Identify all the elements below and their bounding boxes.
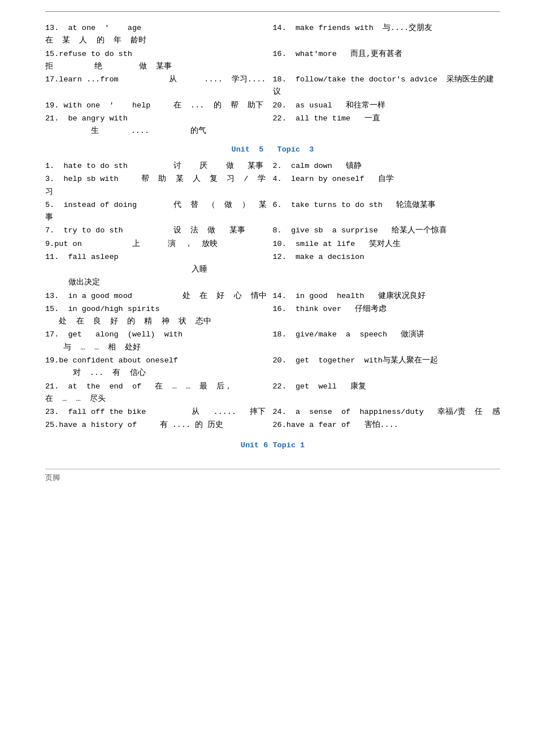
entry-row-17-18: 17.learn ...from 从 .... 学习.... 18. follo… xyxy=(45,74,500,99)
unit5-topic3-heading: Unit 5 Topic 3 xyxy=(232,145,314,154)
u5t3-entry-10: 10. smile at life 笑对人生 xyxy=(273,238,501,250)
entry-13: 13. at one ' age 在 某 人 的 年 龄时 xyxy=(45,22,273,47)
top-divider xyxy=(45,11,500,12)
u5t3-entry-11: 11. fall asleep 入睡 xyxy=(45,251,273,277)
u5t3-entry-8: 8. give sb a surprise 给某人一个惊喜 xyxy=(273,224,501,237)
footer-area: 页脚 xyxy=(45,469,500,483)
u5t3-entry-23: 23. fall off the bike 从 ..... 摔下 xyxy=(45,406,273,418)
entry-16: 16. what'more 而且,更有甚者 xyxy=(273,48,501,74)
entry-row-21-22: 21. be angry with 生 .... 的气 22. all the … xyxy=(45,113,500,138)
unit5-topic3-heading-container: Unit 5 Topic 3 xyxy=(45,143,500,157)
entry-19: 19. with one ' help 在 ... 的 帮 助下 xyxy=(45,100,273,112)
entry-14: 14. make friends with 与....交朋友 xyxy=(273,22,501,47)
u5t3-row-7-8: 7. try to do sth 设 法 做 某事 8. give sb a s… xyxy=(45,224,500,237)
content-block: 13. at one ' age 在 某 人 的 年 龄时 14. make f… xyxy=(45,22,500,452)
u5t3-row-3-4: 3. help sb with 帮 助 某 人 复 习 / 学习 4. lear… xyxy=(45,173,500,198)
u5t3-entry-25: 25.have a history of 有 .... 的 历史 xyxy=(45,419,273,431)
u5t3-entry-4: 4. learn by oneself 自学 xyxy=(273,173,501,198)
u5t3-row-23-24: 23. fall off the bike 从 ..... 摔下 24. a s… xyxy=(45,406,500,418)
u5t3-row-1-2: 1. hate to do sth 讨 厌 做 某事 2. calm down … xyxy=(45,160,500,172)
u5t3-entry-20: 20. get together with与某人聚在一起 xyxy=(273,355,501,380)
u5t3-entry-26: 26.have a fear of 害怕.... xyxy=(273,419,501,431)
entry-15: 15.refuse to do sth 拒 绝 做 某事 xyxy=(45,48,273,74)
entry-18: 18. follow/take the doctor's advice 采纳医生… xyxy=(273,74,501,99)
u5t3-row-15-16: 15. in good/high spirits 处 在 良 好 的 精 神 状… xyxy=(45,303,500,329)
entry-row-19-20: 19. with one ' help 在 ... 的 帮 助下 20. as … xyxy=(45,100,500,112)
u5t3-entry-7: 7. try to do sth 设 法 做 某事 xyxy=(45,224,273,237)
entry-17: 17.learn ...from 从 .... 学习.... xyxy=(45,74,273,99)
u5t3-row-11-12: 11. fall asleep 入睡 12. make a decision xyxy=(45,251,500,277)
entry-20: 20. as usual 和往常一样 xyxy=(273,100,501,112)
u5t3-entry-2: 2. calm down 镇静 xyxy=(273,160,501,172)
u5t3-entry-5: 5. instead of doing 代 替 （ 做 ） 某事 xyxy=(45,199,273,224)
u5t3-entry-15: 15. in good/high spirits 处 在 良 好 的 精 神 状… xyxy=(45,303,273,329)
entry-row-13-14: 13. at one ' age 在 某 人 的 年 龄时 14. make f… xyxy=(45,22,500,47)
u5t3-row-19-20: 19.be confident about oneself 对 ... 有 信心… xyxy=(45,355,500,380)
entry-21: 21. be angry with 生 .... 的气 xyxy=(45,113,273,138)
footer-text: 页脚 xyxy=(45,473,60,482)
unit6-topic1-heading-container: Unit 6 Topic 1 xyxy=(45,439,500,452)
u5t3-row-12-cont-13: 做出决定 xyxy=(45,277,500,289)
u5t3-entry-6: 6. take turns to do sth 轮流做某事 xyxy=(273,199,501,224)
u5t3-entry-19: 19.be confident about oneself 对 ... 有 信心 xyxy=(45,355,273,380)
entry-22: 22. all the time 一直 xyxy=(273,113,501,138)
u5t3-row-5-6: 5. instead of doing 代 替 （ 做 ） 某事 6. take… xyxy=(45,199,500,224)
u5t3-entry-17: 17. get along (well) with 与 … … 相 处好 xyxy=(45,329,273,354)
u5t3-entry-13: 13. in a good mood 处 在 好 心 情中 xyxy=(45,290,273,303)
u5t3-entry-12-cont: 做出决定 xyxy=(45,277,273,289)
u5t3-row-9-10: 9.put on 上 演 ， 放映 10. smile at life 笑对人生 xyxy=(45,238,500,250)
u5t3-row-25-26: 25.have a history of 有 .... 的 历史 26.have… xyxy=(45,419,500,431)
u5t3-entry-9: 9.put on 上 演 ， 放映 xyxy=(45,238,273,250)
unit6-topic1-heading: Unit 6 Topic 1 xyxy=(241,441,305,450)
u5t3-entry-18: 18. give/make a speech 做演讲 xyxy=(273,329,501,354)
u5t3-entry-22: 22. get well 康复 xyxy=(273,381,501,406)
u5t3-entry-13 xyxy=(273,277,501,289)
section-unit5-topic3: 1. hate to do sth 讨 厌 做 某事 2. calm down … xyxy=(45,160,500,432)
u5t3-entry-21: 21. at the end of 在 … … 最 后，在 … … 尽头 xyxy=(45,381,273,406)
entry-row-15-16: 15.refuse to do sth 拒 绝 做 某事 16. what'mo… xyxy=(45,48,500,74)
u5t3-entry-3: 3. help sb with 帮 助 某 人 复 习 / 学习 xyxy=(45,173,273,198)
page-content: 13. at one ' age 在 某 人 的 年 龄时 14. make f… xyxy=(45,11,500,483)
section-prev: 13. at one ' age 在 某 人 的 年 龄时 14. make f… xyxy=(45,22,500,137)
u5t3-row-21-22: 21. at the end of 在 … … 最 后，在 … … 尽头 22.… xyxy=(45,381,500,406)
u5t3-entry-16: 16. think over 仔细考虑 xyxy=(273,303,501,329)
u5t3-row-13-14: 13. in a good mood 处 在 好 心 情中 14. in goo… xyxy=(45,290,500,303)
u5t3-entry-24: 24. a sense of happiness/duty 幸福/责 任 感 xyxy=(273,406,501,418)
u5t3-row-17-18: 17. get along (well) with 与 … … 相 处好 18.… xyxy=(45,329,500,354)
u5t3-entry-14: 14. in good health 健康状况良好 xyxy=(273,290,501,303)
u5t3-entry-12: 12. make a decision xyxy=(273,251,501,277)
u5t3-entry-1: 1. hate to do sth 讨 厌 做 某事 xyxy=(45,160,273,172)
